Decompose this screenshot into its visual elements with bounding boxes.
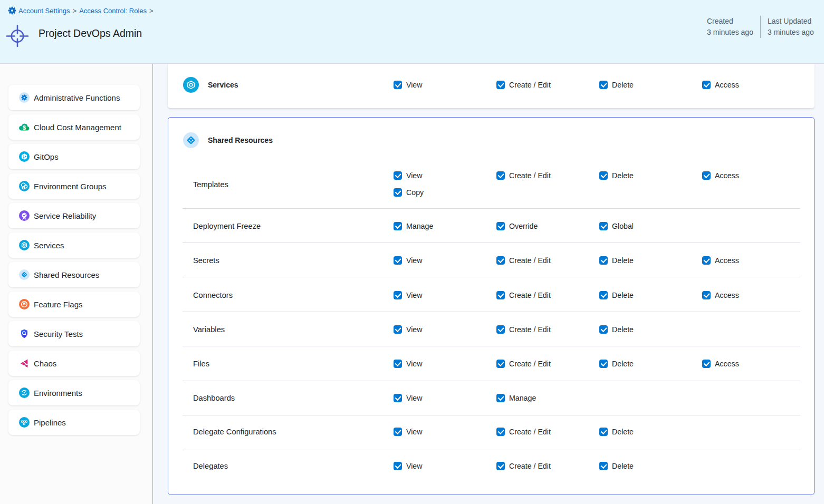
svg-text:$: $ — [23, 124, 26, 131]
